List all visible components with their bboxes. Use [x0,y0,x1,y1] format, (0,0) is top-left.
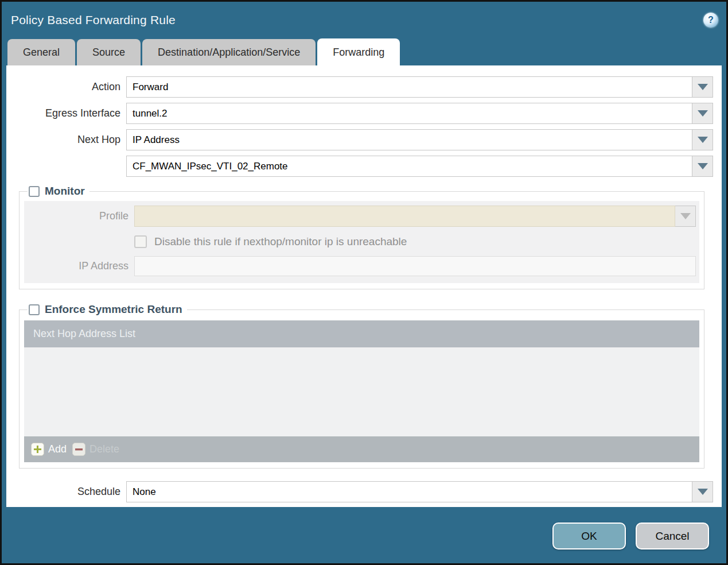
cancel-button[interactable]: Cancel [636,523,709,549]
dialog-titlebar: Policy Based Forwarding Rule ? [2,2,726,38]
monitor-legend: Monitor [28,185,89,198]
monitor-section: Monitor Profile Disable this rule if nex… [19,185,704,289]
symmetric-return-section: Enforce Symmetric Return Next Hop Addres… [19,303,704,469]
tab-general[interactable]: General [7,39,75,65]
next-hop-type-select[interactable]: IP Address [126,129,692,150]
monitor-panel: Profile Disable this rule if nexthop/mon… [24,201,699,283]
symmetric-return-checkbox[interactable] [29,304,40,315]
profile-row: Profile [24,206,696,227]
chevron-down-icon [698,110,708,117]
egress-interface-select[interactable]: tunnel.2 [126,103,692,124]
symmetric-return-title: Enforce Symmetric Return [45,303,182,316]
next-hop-row: Next Hop IP Address [6,129,713,150]
profile-dropdown-button [675,206,696,227]
next-hop-address-select[interactable]: CF_MWAN_IPsec_VTI_02_Remote [126,156,692,177]
chevron-down-icon [698,489,708,495]
tab-bar: General Source Destination/Application/S… [2,38,726,65]
monitor-ip-label: IP Address [24,260,129,272]
next-hop-label: Next Hop [6,134,120,146]
monitor-ip-input [134,256,696,276]
next-hop-address-list-toolbar: Add Delete [24,436,699,462]
minus-icon [72,443,85,456]
next-hop-address-table: Next Hop Address List Add Delete [24,320,699,462]
action-row: Action Forward [6,76,713,98]
schedule-row: Schedule None [6,481,713,502]
next-hop-address-list-body[interactable] [24,347,699,436]
chevron-down-icon [698,137,708,143]
next-hop-address-row: CF_MWAN_IPsec_VTI_02_Remote [6,156,713,177]
disable-rule-checkbox [134,235,147,248]
delete-button: Delete [72,443,119,456]
delete-button-label: Delete [89,443,119,455]
next-hop-dropdown-button[interactable] [692,129,713,150]
dialog-title: Policy Based Forwarding Rule [11,13,176,27]
disable-rule-label: Disable this rule if nexthop/monitor ip … [154,235,407,248]
chevron-down-icon [698,163,708,169]
monitor-checkbox[interactable] [29,186,40,197]
schedule-label: Schedule [6,486,120,498]
egress-interface-dropdown-button[interactable] [692,103,713,124]
profile-label: Profile [24,210,129,222]
profile-select [134,206,675,227]
tab-forwarding[interactable]: Forwarding [317,38,400,65]
schedule-select[interactable]: None [126,481,692,502]
monitor-title: Monitor [45,185,85,198]
next-hop-address-dropdown-button[interactable] [692,156,713,177]
next-hop-address-list-header: Next Hop Address List [24,320,699,347]
egress-interface-label: Egress Interface [6,107,120,119]
tab-source[interactable]: Source [77,39,141,65]
chevron-down-icon [680,213,691,219]
symmetric-return-legend: Enforce Symmetric Return [28,303,187,316]
schedule-dropdown-button[interactable] [692,481,713,502]
plus-icon [31,443,44,456]
chevron-down-icon [698,84,708,90]
egress-interface-row: Egress Interface tunnel.2 [6,103,713,124]
action-select[interactable]: Forward [126,76,692,98]
action-label: Action [6,81,120,93]
help-icon[interactable]: ? [703,13,718,28]
add-button[interactable]: Add [31,443,67,456]
dialog-footer: OK Cancel [2,507,726,549]
action-dropdown-button[interactable] [692,76,713,98]
ok-button[interactable]: OK [552,523,626,549]
tab-destination-application-service[interactable]: Destination/Application/Service [142,39,316,65]
pbf-rule-dialog: Policy Based Forwarding Rule ? General S… [0,0,728,565]
add-button-label: Add [48,443,67,455]
forwarding-tab-panel: Action Forward Egress Interface tunnel.2… [6,65,722,507]
disable-rule-row: Disable this rule if nexthop/monitor ip … [134,235,696,248]
monitor-ip-row: IP Address [24,256,696,276]
